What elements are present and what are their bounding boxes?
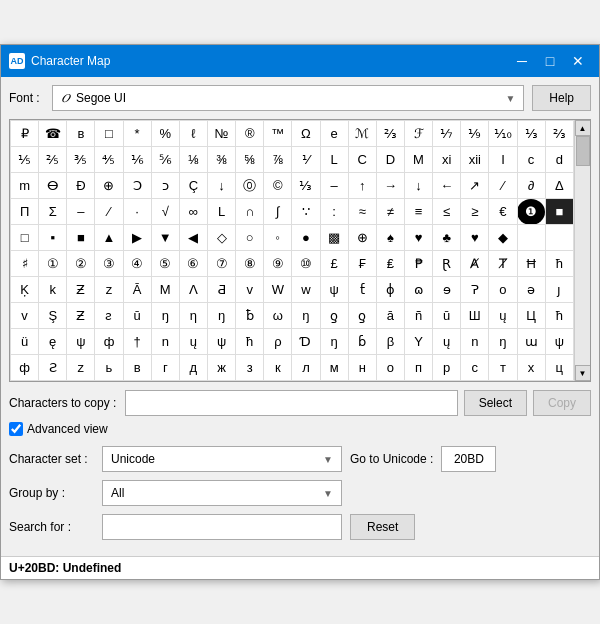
char-cell[interactable]: ⊕ — [95, 173, 123, 199]
char-cell[interactable]: в — [123, 355, 151, 381]
char-cell[interactable]: k — [39, 277, 67, 303]
char-cell[interactable]: e — [320, 121, 348, 147]
char-cell[interactable]: ƨ — [95, 303, 123, 329]
char-cell[interactable] — [545, 225, 573, 251]
char-cell[interactable]: Ɔ — [123, 173, 151, 199]
char-cell[interactable]: ⅙ — [123, 147, 151, 173]
char-cell[interactable]: ⅜ — [207, 147, 235, 173]
char-cell[interactable]: ∫ — [264, 199, 292, 225]
char-cell[interactable]: ⑨ — [264, 251, 292, 277]
char-cell[interactable]: Ƌ — [207, 277, 235, 303]
char-cell[interactable]: ℳ — [348, 121, 376, 147]
scrollbar[interactable]: ▲ ▼ — [574, 120, 590, 381]
char-cell[interactable]: M — [404, 147, 432, 173]
char-cell[interactable]: Ʌ — [179, 277, 207, 303]
char-cell[interactable]: ⅔ — [545, 121, 573, 147]
char-cell[interactable]: ▶ — [123, 225, 151, 251]
advanced-view-checkbox[interactable] — [9, 422, 23, 436]
char-cell[interactable]: Ƶ — [67, 277, 95, 303]
char-cell[interactable]: ɷ — [404, 277, 432, 303]
char-cell[interactable]: ⅓ — [517, 121, 545, 147]
char-cell[interactable]: ◆ — [489, 225, 517, 251]
char-cell[interactable]: m — [11, 173, 39, 199]
char-cell[interactable]: ↓ — [404, 173, 432, 199]
char-cell[interactable]: : — [320, 199, 348, 225]
char-cell[interactable]: ▩ — [320, 225, 348, 251]
char-cell[interactable]: ♯ — [11, 251, 39, 277]
char-cell[interactable]: ŋ — [207, 303, 235, 329]
char-cell[interactable]: ₣ — [348, 251, 376, 277]
char-cell[interactable]: ♥ — [404, 225, 432, 251]
char-cell[interactable]: з — [236, 355, 264, 381]
char-cell[interactable]: Ɗ — [292, 329, 320, 355]
char-cell[interactable]: ▲ — [95, 225, 123, 251]
char-cell[interactable]: xi — [433, 147, 461, 173]
char-cell[interactable]: ₽ — [11, 121, 39, 147]
char-cell[interactable]: √ — [151, 199, 179, 225]
char-cell[interactable]: ™ — [264, 121, 292, 147]
char-cell[interactable]: ψ — [207, 329, 235, 355]
scroll-track[interactable] — [575, 136, 590, 365]
char-cell[interactable]: β — [376, 329, 404, 355]
char-cell[interactable]: ◦ — [264, 225, 292, 251]
char-cell[interactable]: ⑦ — [207, 251, 235, 277]
char-cell[interactable]: Ā — [123, 277, 151, 303]
char-cell[interactable]: ℓ — [179, 121, 207, 147]
char-cell[interactable]: ≈ — [348, 199, 376, 225]
maximize-button[interactable]: □ — [537, 51, 563, 71]
scroll-thumb[interactable] — [576, 136, 590, 166]
char-cell[interactable]: ų — [489, 303, 517, 329]
char-cell[interactable]: ⑧ — [236, 251, 264, 277]
char-cell[interactable]: к — [264, 355, 292, 381]
char-cell[interactable]: v — [236, 277, 264, 303]
char-cell[interactable]: C — [348, 147, 376, 173]
char-cell[interactable]: ⅐ — [433, 121, 461, 147]
char-cell[interactable]: ū — [433, 303, 461, 329]
char-cell[interactable]: Ц — [517, 303, 545, 329]
char-cell[interactable]: с — [461, 355, 489, 381]
search-for-input[interactable] — [102, 514, 342, 540]
char-cell[interactable]: ₱ — [404, 251, 432, 277]
char-cell[interactable]: ŋ — [151, 303, 179, 329]
char-cell[interactable]: п — [404, 355, 432, 381]
char-cell[interactable]: ж — [207, 355, 235, 381]
char-cell[interactable]: ◀ — [179, 225, 207, 251]
char-cell[interactable]: % — [151, 121, 179, 147]
char-cell[interactable]: ə — [517, 277, 545, 303]
char-cell[interactable]: ■ — [67, 225, 95, 251]
char-cell[interactable]: ⅝ — [236, 147, 264, 173]
char-cell[interactable]: ④ — [123, 251, 151, 277]
char-cell[interactable]: * — [123, 121, 151, 147]
char-cell[interactable]: Ɂ — [461, 277, 489, 303]
chars-to-copy-input[interactable] — [125, 390, 458, 416]
char-cell[interactable]: · — [123, 199, 151, 225]
char-cell[interactable]: ŋ — [320, 329, 348, 355]
char-cell[interactable]: л — [292, 355, 320, 381]
char-cell[interactable]: ≥ — [461, 199, 489, 225]
char-cell[interactable]: n — [461, 329, 489, 355]
char-cell[interactable]: ę — [39, 329, 67, 355]
char-cell[interactable]: W — [264, 277, 292, 303]
select-button[interactable]: Select — [464, 390, 527, 416]
char-cell[interactable]: Ç — [179, 173, 207, 199]
char-cell[interactable]: ⅒ — [489, 121, 517, 147]
char-cell[interactable]: ħ — [545, 251, 573, 277]
char-cell[interactable]: ② — [67, 251, 95, 277]
char-cell[interactable]: ⅘ — [95, 147, 123, 173]
char-cell[interactable]: ≠ — [376, 199, 404, 225]
reset-button[interactable]: Reset — [350, 514, 415, 540]
copy-button[interactable]: Copy — [533, 390, 591, 416]
char-cell[interactable]: ⊕ — [348, 225, 376, 251]
char-cell[interactable]: ℱ — [404, 121, 432, 147]
char-cell[interactable]: – — [320, 173, 348, 199]
char-cell[interactable]: ⅖ — [39, 147, 67, 173]
char-cell[interactable]: ⅞ — [264, 147, 292, 173]
char-cell[interactable]: xii — [461, 147, 489, 173]
char-cell[interactable]: † — [123, 329, 151, 355]
char-cell[interactable]: ā — [376, 303, 404, 329]
char-cell[interactable]: ∞ — [179, 199, 207, 225]
char-cell[interactable]: ↗ — [461, 173, 489, 199]
char-cell[interactable]: ρ — [264, 329, 292, 355]
char-cell[interactable]: о — [376, 355, 404, 381]
char-cell[interactable]: L — [320, 147, 348, 173]
